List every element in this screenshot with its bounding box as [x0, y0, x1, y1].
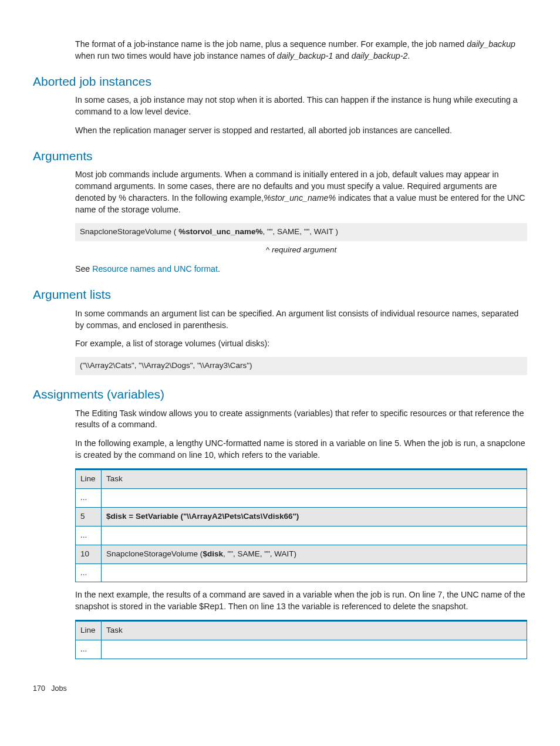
text: and	[333, 51, 352, 60]
aborted-p1: In some cases, a job instance may not st…	[75, 94, 527, 118]
table-row: 5 $disk = SetVariable ("\\ArrayA2\Pets\C…	[76, 507, 527, 526]
cell: ...	[76, 640, 102, 659]
text-italic: daily_backup-2	[352, 51, 407, 60]
footer-section: Jobs	[51, 684, 66, 690]
cell	[102, 526, 527, 545]
see-link-line: See Resource names and UNC format.	[75, 264, 527, 275]
heading-arguments: Arguments	[33, 147, 527, 164]
text: when run two times would have job instan…	[75, 51, 277, 60]
arguments-p1: Most job commands include arguments. Whe…	[75, 169, 527, 216]
text: The format of a job-instance name is the…	[75, 39, 467, 49]
arglists-p2: For example, a list of storage volumes (…	[75, 338, 527, 350]
text: SnapcloneStorageVolume (	[106, 549, 203, 558]
th-line: Line	[76, 621, 102, 640]
code-caption: ^ required argument	[75, 245, 527, 256]
page-footer: 170 Jobs	[33, 684, 67, 690]
code-bold: %storvol_unc_name%	[178, 227, 262, 236]
intro-paragraph: The format of a job-instance name is the…	[75, 39, 527, 62]
code-arglist: ("\\Array2\Cats", "\\Array2\Dogs", "\\Ar…	[75, 357, 527, 375]
cell: $disk = SetVariable ("\\ArrayA2\Pets\Cat…	[102, 507, 527, 526]
table-row: 10 SnapcloneStorageVolume ($disk, "", SA…	[76, 545, 527, 563]
cell: 10	[76, 545, 102, 563]
cell: SnapcloneStorageVolume ($disk, "", SAME,…	[102, 545, 527, 563]
th-line: Line	[76, 470, 102, 489]
table-row: ...	[76, 526, 527, 545]
text: $disk = SetVariable ("\\ArrayA2\Pets\Cat…	[106, 512, 299, 521]
assign-p2: In the following example, a lengthy UNC-…	[75, 438, 527, 461]
cell: ...	[76, 489, 102, 508]
text-bold: $disk	[203, 549, 223, 558]
code-text: SnapcloneStorageVolume (	[80, 227, 178, 236]
link-resource-names[interactable]: Resource names and UNC format	[92, 264, 218, 274]
aborted-p2: When the replication manager server is s…	[75, 125, 527, 137]
heading-arglists: Argument lists	[33, 286, 527, 303]
cell	[102, 489, 527, 508]
cell	[102, 563, 527, 582]
text: , "", SAME, "", WAIT)	[223, 549, 296, 558]
assign-p1: The Editing Task window allows you to cr…	[75, 408, 527, 431]
text-italic: daily_backup	[467, 39, 515, 49]
table-row: ...	[76, 489, 527, 508]
th-task: Task	[102, 621, 527, 640]
arglists-p1: In some commands an argument list can be…	[75, 308, 527, 332]
code-text: , "", SAME, "", WAIT )	[262, 227, 338, 236]
table-example1: Line Task ... 5 $disk = SetVariable ("\\…	[75, 468, 527, 582]
text: See	[75, 264, 92, 274]
intro-block: The format of a job-instance name is the…	[75, 39, 527, 62]
heading-aborted: Aborted job instances	[33, 73, 527, 90]
cell	[102, 640, 527, 659]
assign-p3: In the next example, the results of a co…	[75, 589, 527, 613]
page-number: 170	[33, 684, 45, 690]
cell: 5	[76, 507, 102, 526]
text: .	[407, 51, 410, 60]
text: .	[218, 264, 220, 274]
th-task: Task	[102, 470, 527, 489]
heading-assignments: Assignments (variables)	[33, 386, 527, 403]
cell: ...	[76, 563, 102, 582]
table-row: ...	[76, 640, 527, 659]
text-italic: %stor_unc_name%	[264, 193, 336, 202]
table-example2: Line Task ...	[75, 620, 527, 659]
code-snapclone: SnapcloneStorageVolume ( %storvol_unc_na…	[75, 223, 527, 241]
table-row: ...	[76, 563, 527, 582]
text-italic: daily_backup-1	[277, 51, 333, 60]
cell: ...	[76, 526, 102, 545]
